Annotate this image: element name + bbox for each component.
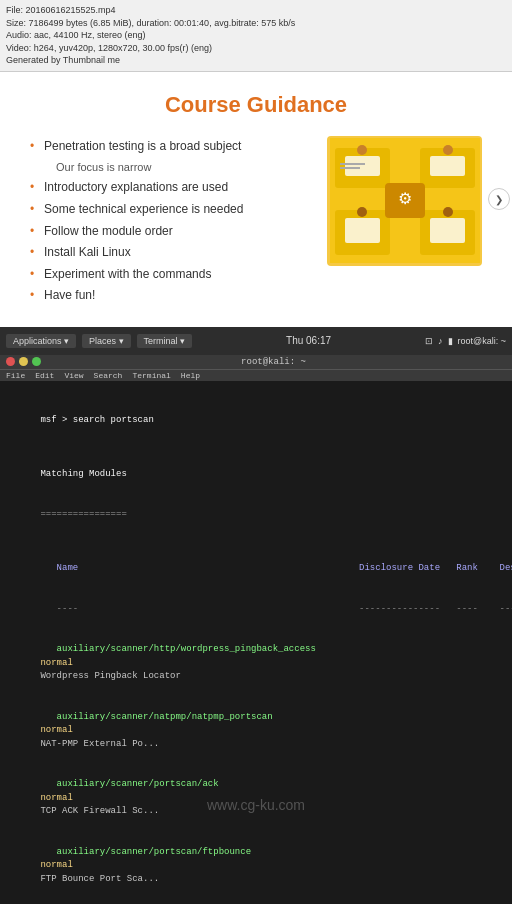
taskbar-right: ⊡ ♪ ▮ root@kali: ~: [425, 336, 506, 346]
meta-filename: File: 20160616215525.mp4: [6, 4, 506, 17]
terminal-cols: Name Disclosure Date Rank Description: [8, 549, 504, 590]
svg-rect-4: [340, 163, 365, 165]
terminal-blank1: [8, 441, 504, 455]
col-name: Name Disclosure Date Rank Description: [40, 563, 512, 573]
terminal-body: msf > search portscan Matching Modules =…: [0, 381, 512, 904]
bullet-1: Penetration testing is a broad subject: [30, 136, 317, 158]
terminal-window: root@kali: ~ File Edit View Search Termi…: [0, 355, 512, 904]
bullet-sub-1: Our focus is narrow: [30, 158, 317, 178]
module-row-4: auxiliary/scanner/portscan/syn normal TC…: [8, 900, 504, 904]
bullet-5: Install Kali Linux: [30, 242, 317, 264]
volume-icon: ♪: [438, 336, 443, 346]
meta-size: Size: 7186499 bytes (6.85 MiB), duration…: [6, 17, 506, 30]
minimize-button[interactable]: [19, 357, 28, 366]
svg-point-11: [357, 207, 367, 217]
bullet-3: Some technical experience is needed: [30, 199, 317, 221]
terminal-menubar: File Edit View Search Terminal Help: [0, 370, 512, 381]
slide-content: Penetration testing is a broad subject O…: [30, 136, 482, 307]
cmd1-text: msf > search portscan: [40, 415, 153, 425]
taskbar: Applications ▾ Places ▾ Terminal ▾ Thu 0…: [0, 327, 512, 355]
terminal-col-sep: ---- --------------- ---- -----------: [8, 589, 504, 630]
terminal-matching: Matching Modules: [8, 454, 504, 495]
bullet-6: Experiment with the commands: [30, 264, 317, 286]
meta-video: Video: h264, yuv420p, 1280x720, 30.00 fp…: [6, 42, 506, 55]
slide-title: Course Guidance: [30, 92, 482, 118]
network-icon: ⊡: [425, 336, 433, 346]
clock: Thu 06:17: [286, 335, 331, 346]
slide-illustration: ⚙: [327, 136, 482, 266]
menu-terminal[interactable]: Terminal: [132, 371, 170, 380]
menu-search[interactable]: Search: [94, 371, 123, 380]
root-label: root@kali: ~: [458, 336, 506, 346]
svg-point-14: [443, 207, 453, 217]
terminal-titlebar: root@kali: ~: [0, 355, 512, 370]
module-row-0: auxiliary/scanner/http/wordpress_pingbac…: [8, 630, 504, 698]
battery-icon: ▮: [448, 336, 453, 346]
meta-bar: File: 20160616215525.mp4 Size: 7186499 b…: [0, 0, 512, 72]
svg-rect-2: [345, 156, 380, 176]
next-button[interactable]: ❯: [488, 188, 510, 210]
next-icon: ❯: [495, 194, 503, 205]
applications-label: Applications ▾: [13, 336, 69, 346]
svg-rect-7: [430, 156, 465, 176]
menu-file[interactable]: File: [6, 371, 25, 380]
terminal-sep1: ================: [8, 495, 504, 536]
menu-help[interactable]: Help: [181, 371, 200, 380]
menu-edit[interactable]: Edit: [35, 371, 54, 380]
bullet-4: Follow the module order: [30, 221, 317, 243]
meta-generator: Generated by Thumbnail me: [6, 54, 506, 67]
places-menu[interactable]: Places ▾: [82, 334, 131, 348]
menu-view[interactable]: View: [64, 371, 83, 380]
bullet-7: Have fun!: [30, 285, 317, 307]
maximize-button[interactable]: [32, 357, 41, 366]
terminal-title: root@kali: ~: [41, 357, 506, 367]
svg-point-8: [443, 145, 453, 155]
meta-audio: Audio: aac, 44100 Hz, stereo (eng): [6, 29, 506, 42]
taskbar-time: Thu 06:17: [198, 335, 419, 346]
slide-bullets: Penetration testing is a broad subject O…: [30, 136, 317, 307]
col-sep: ---- --------------- ---- -----------: [40, 604, 512, 614]
svg-text:⚙: ⚙: [398, 190, 412, 207]
course-guidance-slide: Course Guidance Penetration testing is a…: [0, 72, 512, 327]
applications-menu[interactable]: Applications ▾: [6, 334, 76, 348]
terminal-label: Terminal ▾: [144, 336, 186, 346]
module-row-2: auxiliary/scanner/portscan/ack normal TC…: [8, 765, 504, 833]
traffic-lights: [6, 357, 41, 366]
svg-rect-5: [340, 167, 360, 169]
terminal-menu[interactable]: Terminal ▾: [137, 334, 193, 348]
module-row-1: auxiliary/scanner/natpmp/natpmp_portscan…: [8, 697, 504, 765]
section-header: Matching Modules: [40, 469, 126, 479]
module-row-3: auxiliary/scanner/portscan/ftpbounce nor…: [8, 832, 504, 900]
terminal-cmd1: msf > search portscan: [8, 387, 504, 441]
close-button[interactable]: [6, 357, 15, 366]
svg-point-3: [357, 145, 367, 155]
svg-rect-13: [430, 218, 465, 243]
sep1: ================: [40, 509, 126, 519]
svg-rect-10: [345, 218, 380, 243]
terminal-blank2: [8, 535, 504, 549]
places-label: Places ▾: [89, 336, 124, 346]
bullet-2: Introductory explanations are used: [30, 177, 317, 199]
